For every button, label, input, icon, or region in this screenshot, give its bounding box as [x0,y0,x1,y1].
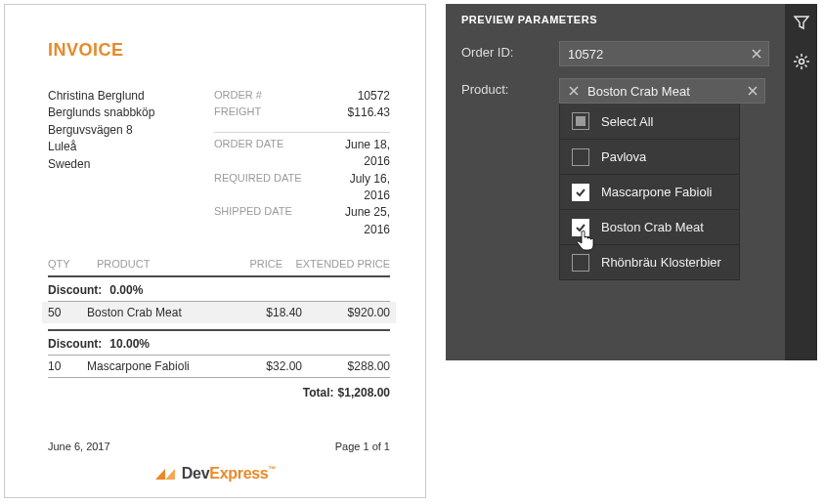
freight-label: FREIGHT [214,105,322,121]
parameters-header: PREVIEW PARAMETERS [446,4,785,35]
discount-value: 10.00% [109,337,150,351]
freight-value: $116.43 [322,105,390,121]
product-tag-text: Boston Crab Meat [587,84,690,99]
order-num-value: 10572 [322,88,390,105]
table-header: QTY PRODUCT PRICE EXTENDED PRICE [48,258,390,270]
dropdown-select-all[interactable]: Select All [560,104,739,139]
dropdown-option-pavlova[interactable]: Pavlova [560,139,739,174]
gear-icon[interactable] [793,53,810,70]
parameters-sidebar [785,4,817,360]
devexpress-swoosh-icon [154,467,176,481]
col-price: PRICE [204,258,282,270]
product-tag[interactable]: Boston Crab Meat [559,78,765,104]
reqdate-value: July 16, 2016 [322,171,390,205]
clear-orderid-icon[interactable] [749,46,764,62]
invoice-document: INVOICE Christina Berglund Berglunds sna… [4,4,426,498]
checkbox-checked-icon[interactable] [572,184,589,201]
col-ext: EXTENDED PRICE [282,258,390,270]
dropdown-option-mascarpone[interactable]: Mascarpone Fabioli [560,174,739,209]
product-label: Product: [461,78,559,97]
customer-city: Luleå [48,139,214,155]
total-value: $1,208.00 [338,386,390,399]
orderid-input[interactable]: 10572 [559,41,769,66]
preview-parameters-panel: PREVIEW PARAMETERS Order ID: 10572 Produ… [446,4,817,360]
checkbox-checked-icon[interactable] [572,219,589,236]
customer-company: Berglunds snabbköp [48,105,214,121]
shipdate-label: SHIPPED DATE [214,204,322,238]
orderdate-label: ORDER DATE [214,137,322,171]
tag-remove-left-icon[interactable] [566,83,582,99]
order-num-label: ORDER # [214,88,322,105]
orderid-label: Order ID: [461,41,559,60]
line-item: 10 Mascarpone Fabioli $32.00 $288.00 [48,356,390,377]
col-product: PRODUCT [97,258,204,270]
product-dropdown: Select All Pavlova Mascarpone Fabioli [559,103,740,280]
line-item: 50 Boston Crab Meat $18.40 $920.00 [42,302,396,323]
svg-point-0 [799,60,803,64]
dropdown-option-rhonbrau[interactable]: Rhönbräu Klosterbier [560,244,739,279]
orderdate-value: June 18, 2016 [322,137,390,171]
checkbox-unchecked-icon[interactable] [572,254,589,272]
checkbox-unchecked-icon[interactable] [572,148,589,166]
dropdown-option-boston-crab[interactable]: Boston Crab Meat [560,209,739,244]
filter-funnel-icon[interactable] [793,14,810,31]
discount-row: Discount: 0.00% [48,277,390,301]
brand-logo: DevExpress™ [5,465,425,483]
footer-page: Page 1 of 1 [335,441,390,452]
customer-address-block: Christina Berglund Berglunds snabbköp Be… [48,88,214,238]
discount-value: 0.00% [109,283,143,297]
shipdate-value: June 25, 2016 [322,204,390,238]
checkbox-indeterminate-icon[interactable] [572,112,589,130]
tag-remove-right-icon[interactable] [745,83,760,99]
reqdate-label: REQUIRED DATE [214,171,322,205]
orderid-value: 10572 [568,47,749,62]
col-qty: QTY [48,258,97,270]
invoice-title: INVOICE [48,40,390,61]
customer-street: Berguvsvägen 8 [48,122,214,139]
customer-country: Sweden [48,156,214,173]
footer-date: June 6, 2017 [48,441,110,452]
total-row: Total: $1,208.00 [48,378,390,407]
discount-row: Discount: 10.00% [48,331,390,355]
customer-name: Christina Berglund [48,88,214,105]
